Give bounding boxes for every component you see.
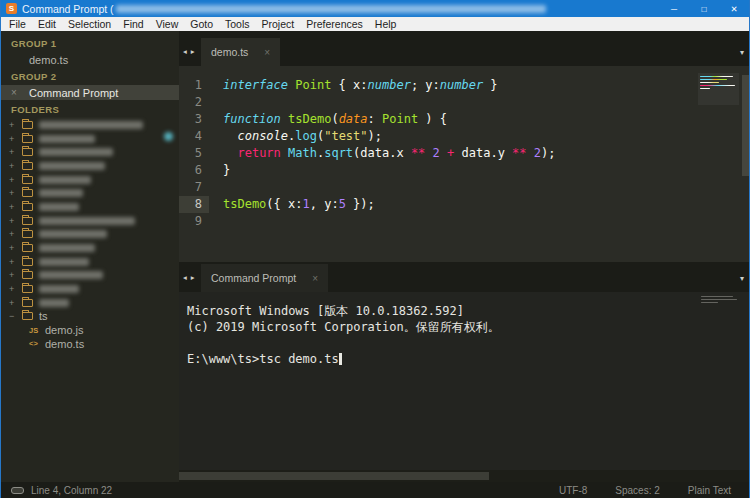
sidebar-folder-item[interactable]: + — [1, 241, 179, 255]
menu-item-project[interactable]: Project — [256, 18, 301, 30]
tab-close-icon[interactable]: × — [264, 47, 270, 58]
code-text — [209, 213, 223, 230]
menu-item-tools[interactable]: Tools — [219, 18, 256, 30]
status-utf-8[interactable]: UTF-8 — [559, 485, 587, 496]
expand-icon[interactable]: + — [9, 120, 22, 130]
cyan-badge-dot — [164, 132, 173, 141]
menu-item-preferences[interactable]: Preferences — [300, 18, 369, 30]
code-editor[interactable]: 1interface Point { x:number; y:number }2… — [179, 66, 749, 262]
redacted-folder-name — [39, 230, 107, 238]
line-number: 2 — [179, 94, 209, 111]
sidebar-file-demo-ts[interactable]: <>demo.ts — [1, 337, 179, 351]
redacted-folder-name — [39, 258, 89, 266]
folder-icon — [22, 189, 33, 197]
sidebar-folder-item[interactable]: + — [1, 214, 179, 228]
code-text: function tsDemo(data: Point ) { — [209, 111, 447, 128]
sidebar-folder-item[interactable]: + — [1, 186, 179, 200]
panel-tab-close-icon[interactable]: × — [312, 273, 318, 284]
editor-vertical-scrollbar[interactable] — [742, 75, 749, 176]
panel-tab-nav-right-icon[interactable]: ▸ — [191, 273, 195, 282]
menu-item-file[interactable]: File — [3, 18, 32, 30]
maximize-button[interactable]: □ — [689, 0, 719, 17]
code-line-1: 1interface Point { x:number; y:number } — [179, 77, 749, 94]
sidebar-item-demo-ts[interactable]: demo.ts — [1, 52, 179, 67]
panel-tab-nav-left-icon[interactable]: ◂ — [183, 273, 187, 282]
panel-tab-label: Command Prompt — [211, 272, 296, 284]
terminal-line — [187, 335, 749, 351]
sidebar-folder-item[interactable]: + — [1, 200, 179, 214]
sidebar-file-demo-js[interactable]: JSdemo.js — [1, 323, 179, 337]
expand-icon[interactable]: + — [9, 229, 22, 239]
menu-item-find[interactable]: Find — [117, 18, 149, 30]
expand-icon[interactable]: + — [9, 134, 22, 144]
sidebar-folder-item[interactable]: + — [1, 296, 179, 310]
code-line-9: 9 — [179, 213, 749, 230]
panel-overflow-icon[interactable]: ▾ — [740, 274, 744, 283]
line-number: 8 — [179, 196, 209, 213]
status-plain-text[interactable]: Plain Text — [688, 485, 731, 496]
minimize-button[interactable]: ─ — [659, 0, 689, 17]
menu-item-help[interactable]: Help — [369, 18, 403, 30]
status-spaces-2[interactable]: Spaces: 2 — [615, 485, 659, 496]
close-icon[interactable]: × — [11, 87, 17, 98]
expand-icon[interactable]: + — [9, 257, 22, 267]
expand-icon[interactable]: + — [9, 147, 22, 157]
terminal-line: E:\www\ts>tsc demo.ts — [187, 351, 749, 367]
expand-icon[interactable]: + — [9, 188, 22, 198]
minimap[interactable] — [698, 73, 739, 105]
cursor-position[interactable]: Line 4, Column 22 — [31, 485, 112, 496]
status-bar: Line 4, Column 22 UTF-8Spaces: 2Plain Te… — [1, 482, 749, 498]
terminal-output[interactable]: Microsoft Windows [版本 10.0.18362.592](c)… — [179, 292, 749, 470]
sidebar-header-folders: FOLDERS — [1, 100, 179, 118]
js-file-icon: JS — [29, 326, 45, 335]
menu-item-selection[interactable]: Selection — [62, 18, 117, 30]
sidebar-folder-item[interactable]: + — [1, 159, 179, 173]
sidebar-folder-item[interactable]: + — [1, 228, 179, 242]
collapse-icon[interactable]: − — [9, 311, 22, 321]
status-right: UTF-8Spaces: 2Plain Text — [559, 485, 739, 496]
--file-icon: <> — [29, 339, 45, 348]
tab-nav-left-icon[interactable]: ◂ — [183, 47, 187, 56]
editor-tab-bar: ◂ ▸ demo.ts × ▾ — [179, 31, 749, 66]
sidebar-folder-item-ts[interactable]: −ts — [1, 310, 179, 324]
tab-demo-ts[interactable]: demo.ts × — [201, 38, 280, 66]
window-title-redacted-text — [116, 5, 546, 13]
terminal-line: Microsoft Windows [版本 10.0.18362.592] — [187, 303, 749, 319]
code-text: tsDemo({ x:1, y:5 }); — [209, 196, 375, 213]
close-button[interactable]: ✕ — [719, 0, 749, 17]
expand-icon[interactable]: + — [9, 243, 22, 253]
expand-icon[interactable]: + — [9, 298, 22, 308]
folder-icon — [22, 217, 33, 225]
sidebar-item-command-prompt[interactable]: ×Command Prompt — [1, 85, 179, 100]
sidebar-folder-item[interactable]: + — [1, 145, 179, 159]
tab-command-prompt[interactable]: Command Prompt × — [201, 264, 328, 292]
sidebar-folder-item[interactable]: + — [1, 282, 179, 296]
sidebar-folder-item[interactable]: + — [1, 255, 179, 269]
sidebar-header-group-1: GROUP 1 — [1, 34, 179, 52]
expand-icon[interactable]: + — [9, 270, 22, 280]
open-folder-icon — [22, 312, 33, 320]
sublime-text-logo-icon: S — [6, 3, 17, 14]
tab-nav-right-icon[interactable]: ▸ — [191, 47, 195, 56]
expand-icon[interactable]: + — [9, 216, 22, 226]
folder-icon — [22, 299, 33, 307]
horizontal-scrollbar-thumb[interactable] — [179, 472, 489, 480]
sidebar-folder-item[interactable]: + — [1, 269, 179, 283]
menu-item-goto[interactable]: Goto — [184, 18, 219, 30]
expand-icon[interactable]: + — [9, 202, 22, 212]
menu-item-edit[interactable]: Edit — [32, 18, 62, 30]
code-line-5: 5 return Math.sqrt(data.x ** 2 + data.y … — [179, 145, 749, 162]
line-number: 7 — [179, 179, 209, 196]
sidebar-folder-item[interactable]: + — [1, 173, 179, 187]
folder-icon — [22, 244, 33, 252]
sidebar-folder-item[interactable]: + — [1, 118, 179, 132]
menu-item-view[interactable]: View — [150, 18, 185, 30]
vintage-indicator-icon — [11, 487, 24, 494]
sidebar-folder-item[interactable]: + — [1, 132, 179, 146]
expand-icon[interactable]: + — [9, 284, 22, 294]
tab-overflow-icon[interactable]: ▾ — [740, 48, 744, 57]
expand-icon[interactable]: + — [9, 161, 22, 171]
redacted-folder-name — [39, 148, 113, 156]
expand-icon[interactable]: + — [9, 175, 22, 185]
sidebar-item-label: Command Prompt — [29, 87, 118, 99]
